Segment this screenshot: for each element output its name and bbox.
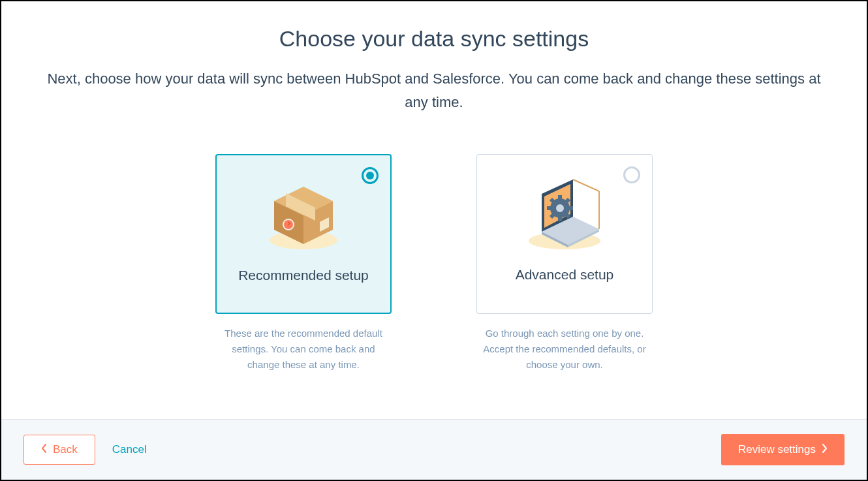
card-recommended-description: These are the recommended default settin… [215, 326, 392, 373]
svg-line-21 [551, 215, 553, 217]
option-advanced: Advanced setup Go through each setting o… [476, 154, 653, 373]
svg-point-23 [556, 204, 564, 212]
card-advanced[interactable]: Advanced setup [476, 154, 653, 314]
chevron-right-icon [821, 443, 828, 456]
option-row: Recommended setup These are the recommen… [40, 154, 828, 373]
setup-wizard-frame: Choose your data sync settings Next, cho… [0, 0, 868, 481]
svg-point-7 [284, 220, 293, 229]
card-recommended-title: Recommended setup [238, 268, 369, 283]
cancel-button[interactable]: Cancel [101, 435, 159, 464]
card-recommended[interactable]: Recommended setup [215, 154, 392, 314]
box-illustration-icon [261, 175, 346, 253]
svg-line-22 [566, 199, 569, 202]
svg-line-20 [566, 215, 569, 217]
wizard-footer: Back Cancel Review settings [1, 419, 867, 480]
radio-unselected-icon [623, 166, 640, 183]
page-subtitle: Next, choose how your data will sync bet… [46, 67, 822, 115]
main-content: Choose your data sync settings Next, cho… [1, 1, 867, 419]
back-button-label: Back [53, 443, 78, 456]
back-button[interactable]: Back [23, 435, 95, 465]
radio-selected-icon [362, 167, 379, 184]
cancel-button-label: Cancel [112, 443, 147, 456]
review-settings-button[interactable]: Review settings [721, 434, 845, 465]
option-recommended: Recommended setup These are the recommen… [215, 154, 392, 373]
card-advanced-description: Go through each setting one by one. Acce… [476, 326, 653, 373]
laptop-gear-illustration-icon [522, 174, 607, 253]
card-advanced-title: Advanced setup [516, 267, 614, 283]
page-title: Choose your data sync settings [40, 26, 828, 52]
svg-line-24 [573, 179, 599, 191]
chevron-left-icon [41, 443, 48, 456]
review-settings-label: Review settings [738, 443, 816, 456]
svg-line-19 [551, 199, 553, 202]
